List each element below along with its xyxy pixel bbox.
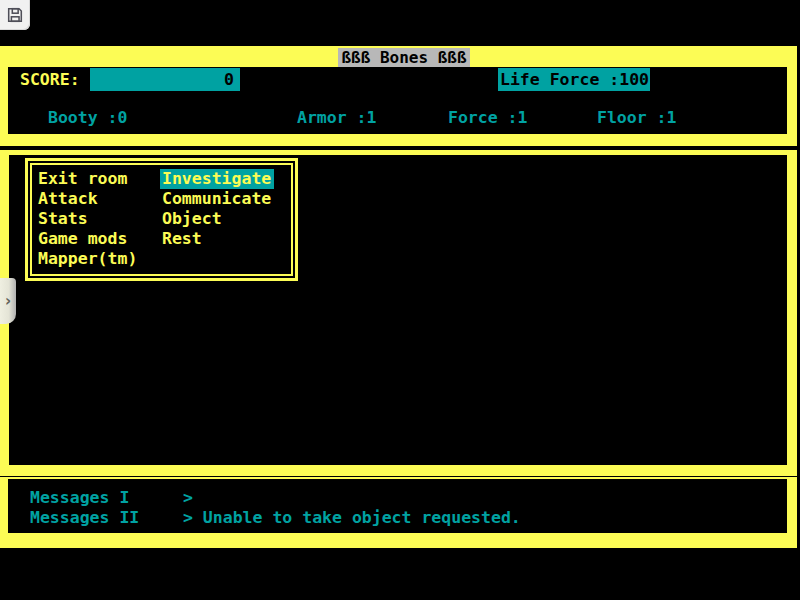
menu-item-game-mods[interactable]: Game mods bbox=[38, 229, 137, 249]
life-force-badge: Life Force :100 bbox=[498, 68, 650, 91]
score-label: SCORE: bbox=[20, 68, 80, 91]
stat-force: Force :1 bbox=[448, 107, 527, 129]
messages-panel: Messages I > Messages II > Unable to tak… bbox=[0, 477, 797, 548]
score-panel: ßßß Bones ßßß SCORE: 0 Life Force :100 B… bbox=[0, 46, 797, 146]
menu-item-investigate[interactable]: Investigate bbox=[160, 169, 274, 189]
sidebar-expand-tab[interactable]: › bbox=[0, 278, 16, 324]
menu-item-communicate[interactable]: Communicate bbox=[162, 189, 274, 209]
menu-item-rest[interactable]: Rest bbox=[162, 229, 274, 249]
stat-booty: Booty :0 bbox=[48, 107, 127, 129]
chevron-right-icon: › bbox=[5, 294, 11, 309]
save-button[interactable] bbox=[0, 0, 30, 30]
message-row: Messages I > bbox=[0, 488, 797, 508]
menu-item-exit-room[interactable]: Exit room bbox=[38, 169, 137, 189]
command-menu-left-column: Exit room Attack Stats Game mods Mapper(… bbox=[38, 169, 137, 269]
command-menu: Exit room Attack Stats Game mods Mapper(… bbox=[25, 158, 298, 281]
menu-item-attack[interactable]: Attack bbox=[38, 189, 137, 209]
messages-2-label: Messages II bbox=[30, 508, 139, 528]
main-panel: Exit room Attack Stats Game mods Mapper(… bbox=[0, 150, 797, 476]
menu-item-object[interactable]: Object bbox=[162, 209, 274, 229]
stat-armor: Armor :1 bbox=[297, 107, 376, 129]
messages-2-content: > Unable to take object requested. bbox=[183, 508, 521, 528]
score-bar: 0 bbox=[90, 68, 240, 91]
game-title: ßßß Bones ßßß bbox=[338, 48, 470, 67]
menu-item-mapper[interactable]: Mapper(tm) bbox=[38, 249, 137, 269]
messages-1-label: Messages I bbox=[30, 488, 129, 508]
messages-1-content: > bbox=[183, 488, 193, 508]
menu-item-stats[interactable]: Stats bbox=[38, 209, 137, 229]
message-row: Messages II > Unable to take object requ… bbox=[0, 508, 797, 528]
command-menu-right-column: Investigate Communicate Object Rest bbox=[162, 169, 274, 249]
floppy-disk-icon bbox=[6, 6, 24, 24]
game-screen: ßßß Bones ßßß SCORE: 0 Life Force :100 B… bbox=[0, 0, 800, 600]
stat-floor: Floor :1 bbox=[597, 107, 676, 129]
